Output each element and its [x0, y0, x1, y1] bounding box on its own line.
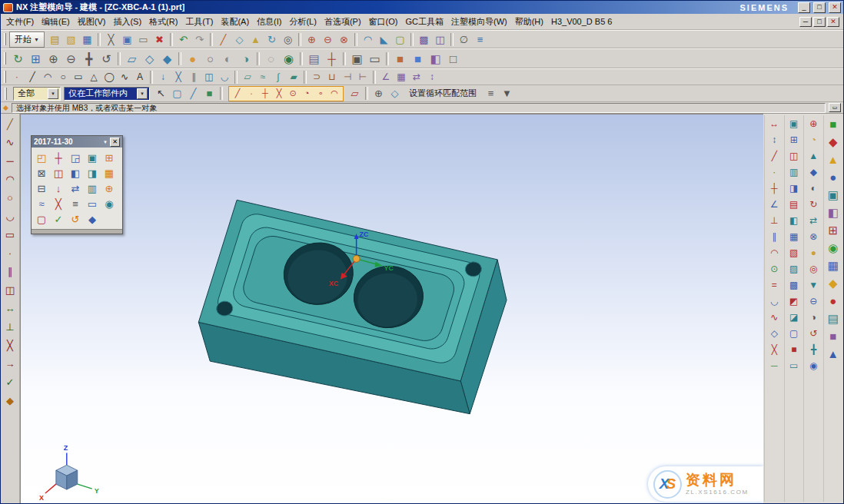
- menu-file[interactable]: 文件(F): [2, 15, 38, 29]
- through-curves-icon[interactable]: ≈: [255, 70, 271, 84]
- fullscreen-icon[interactable]: □: [444, 50, 462, 67]
- boolean-minus-icon[interactable]: ⊖: [804, 293, 823, 309]
- start-menu-button[interactable]: 开始 ▼: [9, 32, 45, 48]
- part-red-icon[interactable]: ◆: [824, 133, 843, 151]
- mw-bom-icon[interactable]: ≡: [67, 196, 84, 211]
- mw-workpiece-icon[interactable]: ▣: [84, 150, 101, 165]
- mirror-feature-icon[interactable]: ⇄: [409, 70, 424, 84]
- wcs-icon[interactable]: ┼: [323, 50, 341, 67]
- maximize-button[interactable]: □: [813, 2, 826, 13]
- mw-standard-parts-icon[interactable]: ⊟: [33, 181, 50, 196]
- select-edge-icon[interactable]: ╱: [185, 86, 201, 101]
- n-sided-icon[interactable]: ▰: [286, 70, 301, 84]
- part-purple-icon[interactable]: ◧: [824, 204, 843, 221]
- arc-tool-icon[interactable]: ◠: [2, 171, 18, 187]
- undo-icon[interactable]: ↶: [175, 32, 191, 47]
- corner-br-icon[interactable]: ◪: [785, 309, 804, 325]
- constraint-tool-icon[interactable]: ⊥: [2, 319, 18, 334]
- half-circle-icon[interactable]: ◐: [804, 180, 823, 196]
- shell-icon[interactable]: ▢: [392, 32, 408, 47]
- chevron-down-icon[interactable]: ▼: [48, 88, 58, 99]
- revolve-icon[interactable]: ↻: [264, 32, 280, 47]
- point-tool-icon[interactable]: ∙: [2, 245, 18, 260]
- magnify-icon[interactable]: ⊕: [370, 86, 387, 101]
- snap-endpoint-icon[interactable]: ╱: [231, 87, 244, 100]
- arrow-up-icon[interactable]: ▲: [804, 148, 823, 164]
- isometric-view-icon[interactable]: ◆: [158, 50, 176, 67]
- selbar-menu-icon[interactable]: ≡: [483, 86, 499, 101]
- type-filter-combo[interactable]: 全部 ▼: [13, 87, 61, 101]
- check-tool-icon[interactable]: ✓: [2, 374, 18, 390]
- trim-body-icon[interactable]: ⊣: [340, 70, 355, 84]
- chamfer-icon[interactable]: ◣: [376, 32, 392, 47]
- trimetric-view-icon[interactable]: ◇: [141, 50, 158, 67]
- text-icon[interactable]: A: [132, 70, 148, 84]
- arrow-down-icon[interactable]: ▼: [804, 277, 823, 293]
- layer-settings-icon[interactable]: ▤: [305, 50, 323, 67]
- mw-help-icon[interactable]: ◆: [84, 211, 101, 227]
- zoom-in-icon[interactable]: ⊕: [45, 50, 62, 67]
- palette-resize-handle[interactable]: [32, 229, 122, 234]
- snap-arc-center-icon[interactable]: ⊙: [286, 87, 300, 100]
- line-tool-icon[interactable]: ─: [2, 153, 18, 168]
- ruled-surface-icon[interactable]: ▱: [240, 70, 255, 84]
- mw-ejector-icon[interactable]: ↓: [50, 181, 67, 196]
- mirror-tool-icon[interactable]: ◫: [2, 282, 18, 297]
- rectangle-icon[interactable]: ▭: [71, 70, 86, 84]
- mold-plate-model[interactable]: [198, 200, 507, 413]
- mw-electrode-icon[interactable]: ⊕: [101, 181, 118, 196]
- dim-horizontal-icon[interactable]: ↔: [765, 115, 784, 131]
- scale-icon[interactable]: ↕: [424, 70, 440, 84]
- face-edges-icon[interactable]: ◑: [237, 50, 254, 67]
- menu-mold-wizard[interactable]: 注塑模向导(W): [447, 15, 511, 29]
- toolbar-grip[interactable]: [5, 88, 7, 100]
- half-left-icon[interactable]: ◧: [785, 212, 804, 228]
- rectangle-tool-icon[interactable]: ▭: [2, 227, 18, 242]
- rotate-ccw-icon[interactable]: ↺: [804, 325, 823, 341]
- sketch-line-icon[interactable]: ╱: [765, 148, 784, 164]
- part-teal-icon[interactable]: ▣: [824, 186, 843, 204]
- snap-point-on-curve-icon[interactable]: ◠: [327, 87, 341, 100]
- boolean-times-icon[interactable]: ⊗: [804, 228, 823, 244]
- menu-tools[interactable]: 工具(T): [181, 15, 217, 29]
- polygon-icon[interactable]: △: [86, 70, 101, 84]
- ellipse-icon[interactable]: ◯: [101, 70, 117, 84]
- menu-preferences[interactable]: 首选项(P): [321, 15, 365, 29]
- open-icon[interactable]: ▧: [63, 32, 79, 47]
- grid-cell-icon[interactable]: ▦: [785, 228, 804, 244]
- orient-view-icon[interactable]: ◇: [387, 86, 403, 101]
- extend-tool-icon[interactable]: →: [2, 356, 18, 371]
- sketch-point-icon[interactable]: ∙: [765, 164, 784, 180]
- menu-edit[interactable]: 编辑(E): [38, 15, 74, 29]
- edge-blend-icon[interactable]: ◠: [360, 32, 376, 47]
- menu-information[interactable]: 信息(I): [253, 15, 285, 29]
- part-green-icon[interactable]: ■: [824, 115, 843, 133]
- snap-control-point-icon[interactable]: ┼: [258, 87, 272, 100]
- select-face-icon[interactable]: ▢: [169, 86, 185, 101]
- datum-plane-icon[interactable]: ◇: [231, 32, 248, 47]
- mw-mold-tools-icon[interactable]: ⊠: [33, 165, 50, 181]
- info-icon[interactable]: ≡: [472, 32, 488, 47]
- menu-plugin-label[interactable]: H3_V00_D B5 6: [547, 15, 616, 28]
- paste-icon[interactable]: ▭: [135, 32, 151, 47]
- boolean-add-icon[interactable]: ⊕: [804, 115, 823, 131]
- gem-yellow-icon[interactable]: ◆: [824, 274, 843, 292]
- mw-cooling-icon[interactable]: ≈: [33, 196, 50, 211]
- cut-icon[interactable]: ╳: [103, 32, 119, 47]
- dim-vertical-icon[interactable]: ↕: [765, 131, 784, 148]
- dot-icon[interactable]: ●: [804, 244, 823, 260]
- snap-intersection-icon[interactable]: ╳: [272, 87, 286, 100]
- rows-teal-icon[interactable]: ▤: [824, 310, 843, 327]
- pattern-feature-icon[interactable]: ▦: [394, 70, 409, 84]
- intersect-icon[interactable]: ⊗: [336, 32, 352, 47]
- corner-tl-icon[interactable]: ◩: [785, 293, 804, 309]
- measure-icon[interactable]: ∅: [456, 32, 472, 47]
- mw-parting-icon[interactable]: ◫: [50, 165, 67, 181]
- diamond-small-icon[interactable]: ◇: [765, 325, 784, 341]
- arc-icon[interactable]: ◠: [40, 70, 55, 84]
- dot-red-icon[interactable]: ●: [824, 292, 843, 310]
- mw-mold-csys-icon[interactable]: ┼: [50, 150, 67, 165]
- extrude-tool-icon[interactable]: ▣: [785, 115, 804, 131]
- selection-scope-combo[interactable]: 仅在工作部件内 ▼: [64, 87, 150, 101]
- menu-window[interactable]: 窗口(O): [365, 15, 402, 29]
